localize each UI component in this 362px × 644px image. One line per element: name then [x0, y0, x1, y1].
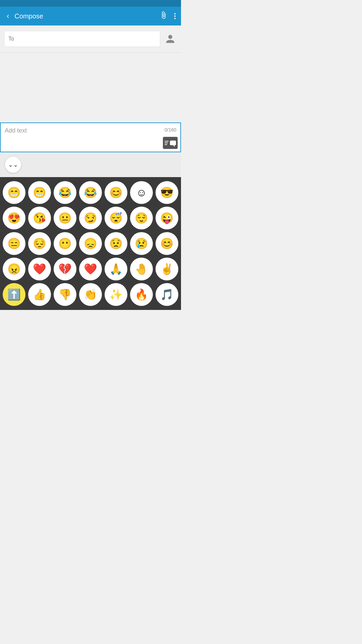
chevron-down-icon: ⌄⌄	[8, 162, 18, 168]
emoji-btn[interactable]: 😟	[105, 232, 127, 255]
emoji-btn[interactable]: 😘	[28, 207, 51, 229]
emoji-btn[interactable]: 😠	[3, 258, 25, 280]
compose-area	[0, 25, 181, 50]
app-bar: ‹ Compose	[0, 7, 181, 25]
emoji-btn[interactable]: 😜	[156, 207, 178, 229]
emoji-btn[interactable]: ❤️	[28, 258, 51, 280]
app-title: Compose	[14, 12, 157, 20]
text-input-placeholder[interactable]: Add text	[5, 127, 27, 134]
emoji-btn[interactable]: 😁	[28, 181, 51, 204]
emoji-btn-upload[interactable]: ⬆️	[3, 283, 25, 306]
emoji-row-2: 😑 😔 😶 😞 😟 😢 😊	[3, 232, 178, 255]
emoji-btn[interactable]: 😂	[54, 181, 76, 204]
emoji-row-0: 😁 😁 😂 😂 😊 ☺️ 😎	[3, 181, 178, 204]
emoji-row-4: ⬆️ 👍 👎 👏 ✨ 🔥 🎵	[3, 283, 178, 306]
emoji-btn[interactable]: 😊	[156, 232, 178, 255]
emoji-row-1: 😍 😘 😐 😏 😴 😌 😜	[3, 207, 178, 229]
emoji-keyboard: 😁 😁 😂 😂 😊 ☺️ 😎 😍 😘 😐 😏 😴 😌 😜 😑 😔 😶 😞 😟 😢…	[0, 177, 181, 310]
message-body[interactable]	[0, 55, 181, 122]
emoji-btn[interactable]: 😏	[79, 207, 102, 229]
quick-reply-button[interactable]	[163, 137, 178, 149]
divider	[0, 52, 181, 53]
emoji-btn[interactable]: ✨	[105, 283, 127, 306]
emoji-btn[interactable]: 👎	[54, 283, 76, 306]
emoji-btn[interactable]: 😔	[28, 232, 51, 255]
emoji-btn[interactable]: 😶	[54, 232, 76, 255]
emoji-btn[interactable]: 😊	[105, 181, 127, 204]
emoji-btn[interactable]: ❤️	[79, 258, 102, 280]
text-input-container: Add text 0/160	[0, 122, 181, 152]
emoji-btn[interactable]: 👏	[79, 283, 102, 306]
attach-icon[interactable]	[160, 11, 168, 21]
emoji-btn[interactable]: 👍	[28, 283, 51, 306]
emoji-btn[interactable]: 😌	[130, 207, 153, 229]
status-bar	[0, 0, 181, 7]
emoji-btn[interactable]: 😍	[3, 207, 25, 229]
emoji-btn[interactable]: 🔥	[130, 283, 153, 306]
back-button[interactable]: ‹	[4, 9, 12, 23]
emoji-btn[interactable]: ✌️	[156, 258, 178, 280]
emoji-row-3: 😠 ❤️ 💔 ❤️ 🙏 🤚 ✌️	[3, 258, 178, 280]
more-menu-button[interactable]	[173, 12, 177, 20]
emoji-btn[interactable]: ☺️	[130, 181, 153, 204]
emoji-btn[interactable]: 🙏	[105, 258, 127, 280]
to-input[interactable]	[4, 31, 160, 47]
emoji-btn[interactable]: 😴	[105, 207, 127, 229]
emoji-btn[interactable]: 😢	[130, 232, 153, 255]
emoji-btn[interactable]: 💔	[54, 258, 76, 280]
emoji-btn[interactable]: 🤚	[130, 258, 153, 280]
emoji-btn[interactable]: 😁	[3, 181, 25, 204]
collapse-keyboard-button[interactable]: ⌄⌄	[5, 156, 21, 173]
emoji-btn[interactable]: 😐	[54, 207, 76, 229]
emoji-btn[interactable]: 😂	[79, 181, 102, 204]
char-count: 0/160	[165, 127, 176, 132]
contact-picker-button[interactable]	[164, 32, 177, 46]
toolbar-icons	[160, 11, 177, 21]
emoji-btn[interactable]: 😎	[156, 181, 178, 204]
emoji-btn[interactable]: 🎵	[156, 283, 178, 306]
emoji-btn[interactable]: 😞	[79, 232, 102, 255]
emoji-btn[interactable]: 😑	[3, 232, 25, 255]
